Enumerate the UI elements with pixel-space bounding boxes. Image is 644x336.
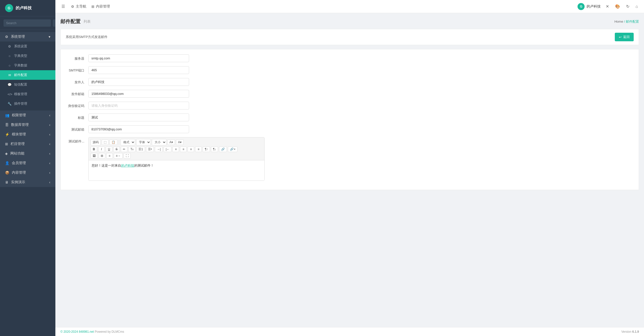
- align-center-button[interactable]: ≡: [180, 146, 187, 152]
- table-button[interactable]: ⊞: [99, 153, 105, 159]
- italic-button[interactable]: I: [98, 146, 105, 152]
- sidebar-item-label: 邮件配置: [14, 73, 27, 77]
- sidebar-group-database[interactable]: 🗄 数据库管理 ‹: [0, 120, 55, 130]
- toolbar-row-3: 🖼 ⊞ ≡ ≡→ ⛶: [91, 153, 262, 159]
- close-button[interactable]: ✕: [605, 3, 610, 10]
- site-group-label: 网站功能: [10, 151, 24, 156]
- sidebar-system-section: ⚙ 系统管理 ▾ ⚙ 系统设置 ○ 字典类型 ○ 字典数据 ✉ 邮件配置 💬 短…: [0, 30, 55, 110]
- demo-icon: 🖥: [5, 180, 9, 184]
- label-auth-code: 身份验证码: [66, 102, 88, 108]
- editor-content-area[interactable]: 您好！这是一封来自的卢科技的测试邮件！: [89, 160, 264, 180]
- member-icon: 👤: [5, 161, 9, 165]
- font-color-button[interactable]: A▾: [167, 139, 175, 145]
- sidebar-group-system[interactable]: ⚙ 系统管理 ▾: [0, 32, 55, 42]
- clear-format-button[interactable]: Tx: [128, 146, 135, 152]
- refresh-button[interactable]: ↻: [625, 3, 630, 10]
- lightning-icon: ⚡: [5, 132, 9, 136]
- main-nav-link[interactable]: ⚙ 主导航: [71, 4, 86, 9]
- input-sender[interactable]: [88, 78, 189, 86]
- highlight-button[interactable]: ✏: [121, 146, 127, 152]
- editor-content-link[interactable]: 的卢科技: [121, 164, 134, 167]
- copy-button[interactable]: ⬚: [102, 139, 109, 145]
- sidebar-group-demo[interactable]: 🖥 实例演示 ‹: [0, 177, 55, 187]
- breadcrumb: Home / 邮件配置: [614, 19, 639, 24]
- sidebar-item-dict-data[interactable]: ○ 字典数据: [0, 61, 55, 70]
- database-group-label: 数据库管理: [11, 123, 29, 127]
- align-justify-button[interactable]: ≡: [195, 146, 202, 152]
- sidebar-item-plugin[interactable]: 🔧 插件管理: [0, 99, 55, 108]
- separator-1: [119, 140, 119, 145]
- paste-button[interactable]: 📋: [110, 139, 117, 145]
- version-label: Version: [621, 330, 631, 333]
- brand-name: 的卢科技: [16, 6, 32, 11]
- text-align-indent-button[interactable]: ≡→: [114, 153, 123, 159]
- version-number: 6.1.9: [632, 330, 639, 333]
- content-group-label: 内容管理: [12, 170, 26, 175]
- back-button[interactable]: ↩ 返回: [615, 33, 634, 41]
- main-area: ☰ ⚙ 主导航 ⊞ 内容管理 G 的卢科技 ✕ 🎨 ↻ ⌂ 邮件配置: [55, 0, 644, 336]
- unordered-list-button[interactable]: ☰•: [146, 146, 154, 152]
- sidebar-item-system-settings[interactable]: ⚙ 系统设置: [0, 42, 55, 51]
- fullscreen-button[interactable]: ⛶: [124, 153, 131, 159]
- ordered-list-button[interactable]: ☰1: [136, 146, 145, 152]
- menu-toggle-button[interactable]: ☰: [60, 3, 66, 10]
- chevron-right-icon: ‹: [49, 113, 50, 117]
- font-select[interactable]: 字体: [136, 139, 151, 145]
- image-button[interactable]: 🖼: [91, 153, 98, 159]
- sidebar-item-mail-config[interactable]: ✉ 邮件配置: [0, 70, 55, 80]
- bg-color-button[interactable]: A▾: [176, 139, 184, 145]
- page-title-area: 邮件配置 列表: [60, 18, 91, 25]
- footer-link[interactable]: © 2020-2024 848981.net: [60, 330, 94, 333]
- para-before-button[interactable]: ¶↑: [203, 146, 210, 152]
- content-manage-link[interactable]: ⊞ 内容管理: [91, 4, 110, 9]
- input-sender-email[interactable]: [88, 90, 189, 98]
- sidebar-group-module[interactable]: ⚡ 模块管理 ‹: [0, 130, 55, 139]
- unlink-button[interactable]: 🔗×: [228, 146, 237, 152]
- sidebar-group-column[interactable]: ⊞ 栏目管理 ‹: [0, 139, 55, 149]
- sidebar-item-sms-config[interactable]: 💬 短信配置: [0, 80, 55, 89]
- permission-group-label: 权限管理: [12, 113, 26, 118]
- field-sender-email: [88, 90, 189, 98]
- search-button[interactable]: 🔍: [53, 19, 55, 27]
- page-header: 邮件配置 列表 Home / 邮件配置: [60, 18, 639, 25]
- form-row-smtp-port: SMTP端口: [66, 66, 634, 74]
- align-left-button[interactable]: ≡: [172, 146, 179, 152]
- system-group-label: 系统管理: [11, 34, 25, 39]
- input-test-email[interactable]: [88, 125, 189, 133]
- home-button[interactable]: ⌂: [634, 3, 639, 10]
- para-after-button[interactable]: ¶↓: [211, 146, 218, 152]
- sidebar-item-label: 模板管理: [14, 92, 27, 96]
- palette-button[interactable]: 🎨: [614, 3, 621, 10]
- indent-in-button[interactable]: →|: [155, 146, 163, 152]
- format-select[interactable]: 格式: [121, 139, 135, 145]
- align-right-button[interactable]: ≡: [188, 146, 194, 152]
- form-row-auth-code: 身份验证码: [66, 102, 634, 109]
- bold-button[interactable]: B: [91, 146, 97, 152]
- database-icon: 🗄: [5, 123, 9, 127]
- size-select[interactable]: 大小: [152, 139, 166, 145]
- search-input[interactable]: [4, 19, 51, 27]
- underline-button[interactable]: U: [106, 146, 112, 152]
- link-button[interactable]: 🔗: [219, 146, 227, 152]
- sidebar-item-dict-type[interactable]: ○ 字典类型: [0, 51, 55, 61]
- module-group-label: 模块管理: [12, 132, 26, 137]
- indent-out-button[interactable]: |←: [164, 146, 171, 152]
- sidebar-group-member[interactable]: 👤 会员管理 ‹: [0, 158, 55, 168]
- breadcrumb-home[interactable]: Home: [614, 20, 623, 23]
- sidebar-group-content[interactable]: 📦 内容管理 ‹: [0, 168, 55, 177]
- input-smtp-port[interactable]: [88, 66, 189, 74]
- field-subject: [88, 114, 189, 121]
- input-server[interactable]: [88, 54, 189, 62]
- sidebar-group-site[interactable]: ◈ 网站功能 ‹: [0, 149, 55, 158]
- sidebar-group-permission[interactable]: 👥 权限管理 ‹: [0, 110, 55, 120]
- label-sender-email: 发件邮箱: [66, 90, 88, 96]
- strikethrough-button[interactable]: S: [113, 146, 120, 152]
- mail-icon: ✉: [8, 73, 12, 77]
- source-button[interactable]: 源码: [91, 139, 101, 145]
- form-row-server: 服务器: [66, 54, 634, 62]
- text-align-left-button[interactable]: ≡: [106, 153, 113, 159]
- input-subject[interactable]: [88, 114, 189, 121]
- sidebar-item-template[interactable]: </> 模板管理: [0, 89, 55, 99]
- circle-icon2: ○: [8, 64, 12, 67]
- input-auth-code[interactable]: [88, 102, 189, 109]
